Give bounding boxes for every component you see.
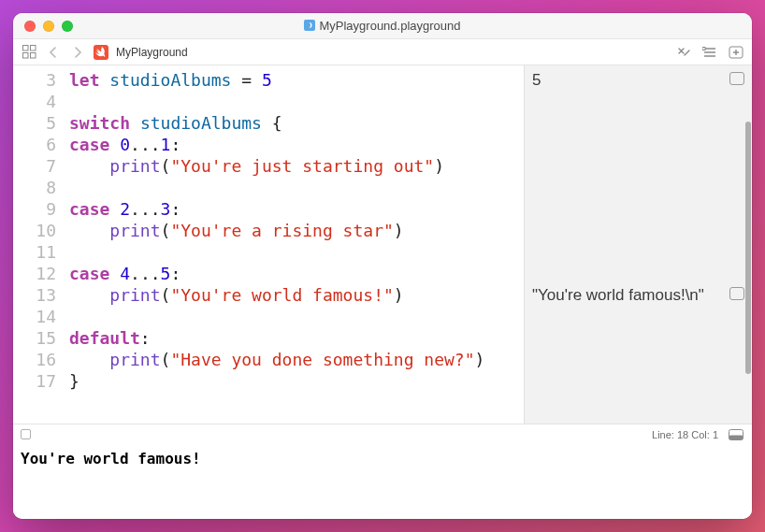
nav-back-icon[interactable] — [45, 44, 62, 61]
svg-rect-0 — [304, 20, 315, 31]
code-line[interactable] — [69, 241, 524, 263]
minimize-window-button[interactable] — [43, 21, 54, 32]
nav-forward-icon[interactable] — [69, 44, 86, 61]
cursor-position: Line: 18 Col: 1 — [652, 429, 718, 440]
line-number: 5 — [13, 112, 56, 134]
code-line[interactable]: case 4...5: — [69, 263, 524, 284]
zoom-window-button[interactable] — [62, 21, 73, 32]
close-window-button[interactable] — [24, 21, 36, 32]
debug-area-toggle[interactable] — [21, 429, 31, 439]
xcode-window: MyPlayground.playground MyPlayground — [13, 13, 752, 519]
svg-rect-6 — [702, 47, 705, 50]
vertical-scrollbar[interactable] — [745, 122, 751, 374]
code-line[interactable]: print("You're just starting out") — [69, 155, 524, 177]
line-number: 17 — [13, 370, 56, 392]
add-editor-icon[interactable] — [728, 44, 744, 61]
titlebar[interactable]: MyPlayground.playground — [13, 13, 752, 39]
console-line: You're world famous! — [21, 450, 201, 467]
adjust-editor-options-icon[interactable] — [701, 44, 718, 61]
window-title: MyPlayground.playground — [13, 19, 752, 33]
svg-rect-2 — [30, 46, 36, 51]
source-editor[interactable]: 34567891011121314151617 let studioAlbums… — [13, 65, 524, 424]
code-line[interactable]: print("You're a rising star") — [69, 220, 524, 241]
line-number: 14 — [13, 306, 56, 327]
line-number: 8 — [13, 177, 56, 198]
code-line[interactable]: switch studioAlbums { — [69, 112, 524, 134]
code-line[interactable] — [69, 306, 524, 327]
results-sidebar: 5"You're world famous!\n" — [524, 65, 752, 424]
swift-file-icon — [94, 45, 108, 60]
code-line[interactable] — [69, 177, 524, 198]
result-value[interactable]: 5 — [532, 69, 726, 91]
code-line[interactable]: } — [69, 370, 524, 392]
variables-view-icon[interactable] — [728, 426, 744, 443]
line-number: 7 — [13, 155, 56, 177]
line-number: 16 — [13, 349, 56, 370]
code-line[interactable]: case 0...1: — [69, 134, 524, 155]
code-area[interactable]: let studioAlbums = 5 switch studioAlbums… — [69, 65, 524, 424]
line-number: 9 — [13, 198, 56, 220]
window-title-text: MyPlayground.playground — [319, 19, 460, 33]
playground-file-icon — [304, 20, 315, 31]
reexecute-icon[interactable] — [675, 44, 692, 61]
svg-rect-3 — [22, 53, 28, 59]
line-number: 13 — [13, 284, 56, 306]
console-output[interactable]: You're world famous! — [13, 444, 752, 519]
traffic-lights — [13, 21, 73, 32]
quick-look-icon[interactable] — [729, 287, 744, 300]
line-number: 10 — [13, 220, 56, 241]
main-area: 34567891011121314151617 let studioAlbums… — [13, 65, 752, 424]
quick-look-icon[interactable] — [729, 72, 744, 85]
line-number: 4 — [13, 91, 56, 112]
line-number: 6 — [13, 134, 56, 155]
line-number: 15 — [13, 327, 56, 349]
line-number: 3 — [13, 69, 56, 91]
code-line[interactable] — [69, 91, 524, 112]
svg-rect-9 — [729, 435, 743, 439]
line-number: 12 — [13, 263, 56, 284]
code-line[interactable]: default: — [69, 327, 524, 349]
status-bar: Line: 18 Col: 1 — [13, 424, 752, 444]
jump-bar: MyPlayground — [13, 39, 752, 65]
line-number-gutter: 34567891011121314151617 — [13, 65, 69, 424]
breadcrumb-item[interactable]: MyPlayground — [116, 46, 188, 59]
code-line[interactable]: print("You're world famous!") — [69, 284, 524, 306]
code-line[interactable]: case 2...3: — [69, 198, 524, 220]
code-line[interactable]: print("Have you done something new?") — [69, 349, 524, 370]
code-line[interactable]: let studioAlbums = 5 — [69, 69, 524, 91]
svg-rect-4 — [30, 53, 36, 59]
related-items-icon[interactable] — [21, 44, 37, 61]
svg-rect-1 — [22, 46, 28, 51]
line-number: 11 — [13, 241, 56, 263]
result-value[interactable]: "You're world famous!\n" — [532, 284, 726, 306]
